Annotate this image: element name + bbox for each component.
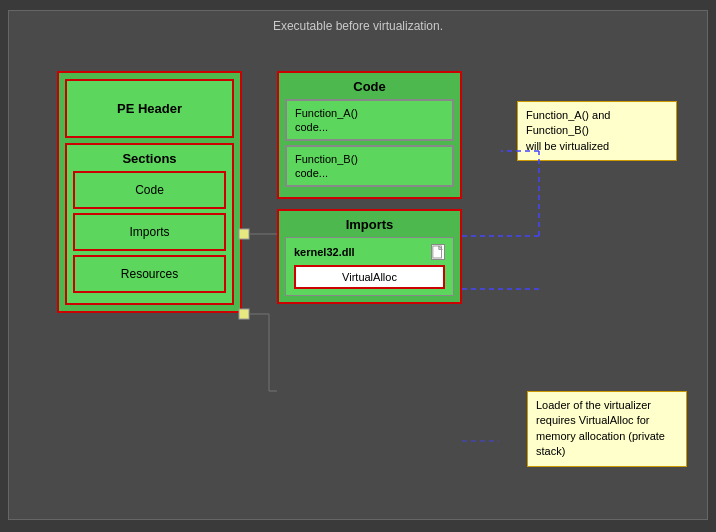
code-box: Code Function_A() code... Function_B() c… bbox=[277, 71, 462, 199]
pe-structure-column: PE Header Sections Code Imports Resource… bbox=[57, 71, 242, 313]
section-imports: Imports bbox=[73, 213, 226, 251]
file-icon bbox=[431, 244, 445, 260]
function-a-block: Function_A() code... bbox=[285, 99, 454, 141]
tooltip-functions: Function_A() and Function_B()will be vir… bbox=[517, 101, 677, 161]
right-area: Code Function_A() code... Function_B() c… bbox=[277, 71, 462, 304]
imports-label: Imports bbox=[285, 217, 454, 232]
function-b-code: code... bbox=[295, 167, 444, 179]
sections-container: Sections Code Imports Resources bbox=[65, 143, 234, 305]
dll-header: kernel32.dll bbox=[294, 244, 445, 260]
function-b-name: Function_B() bbox=[295, 153, 444, 165]
subtitle-text: Executable before virtualization. bbox=[9, 11, 707, 39]
dll-name: kernel32.dll bbox=[294, 246, 355, 258]
main-container: Executable before virtualization. PE Hea… bbox=[8, 10, 708, 520]
function-a-code: code... bbox=[295, 121, 444, 133]
tooltip-loader-text: Loader of the virtualizer requires Virtu… bbox=[536, 399, 665, 457]
function-b-block: Function_B() code... bbox=[285, 145, 454, 187]
section-resources: Resources bbox=[73, 255, 226, 293]
imports-box: Imports kernel32.dll VirtualAlloc bbox=[277, 209, 462, 304]
tooltip-functions-text: Function_A() and Function_B()will be vir… bbox=[526, 109, 610, 152]
dll-block: kernel32.dll VirtualAlloc bbox=[285, 237, 454, 296]
section-code: Code bbox=[73, 171, 226, 209]
pe-header-box: PE Header bbox=[65, 79, 234, 138]
function-a-name: Function_A() bbox=[295, 107, 444, 119]
tooltip-loader: Loader of the virtualizer requires Virtu… bbox=[527, 391, 687, 467]
sections-label: Sections bbox=[73, 151, 226, 166]
code-label: Code bbox=[285, 79, 454, 94]
virtual-alloc: VirtualAlloc bbox=[294, 265, 445, 289]
